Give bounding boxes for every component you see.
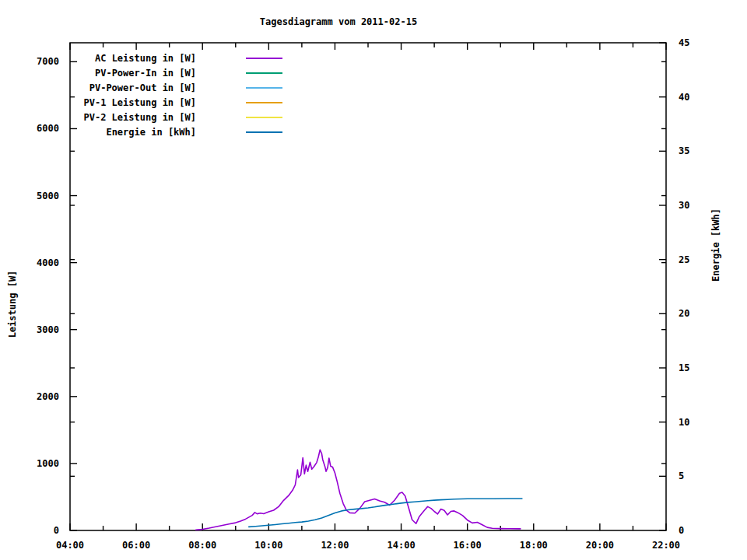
legend-label: PV-Power-In in [W] — [95, 68, 196, 79]
y-tick-label: 7000 — [37, 56, 59, 67]
plot-area: 04:0006:0008:0010:0012:0014:0016:0018:00… — [0, 0, 747, 560]
legend-label: AC Leistung in [W] — [95, 53, 196, 64]
y-tick-label: 4000 — [37, 257, 59, 268]
x-tick-label: 20:00 — [586, 540, 614, 551]
legend-item: AC Leistung in [W] — [95, 53, 282, 64]
legend-label: PV-1 Leistung in [W] — [84, 97, 197, 108]
x-tick-label: 06:00 — [122, 540, 150, 551]
x-tick-label: 12:00 — [321, 540, 349, 551]
y2-tick-label: 10 — [679, 417, 689, 428]
x-tick-label: 22:00 — [652, 540, 680, 551]
legend-label: PV-2 Leistung in [W] — [84, 112, 197, 123]
legend-label: Energie in [kWh] — [106, 127, 196, 138]
series-curve-0 — [196, 450, 521, 530]
y-axis-tick-labels: 01000200030004000500060007000 — [37, 56, 59, 536]
legend-item: Energie in [kWh] — [106, 127, 282, 138]
legend-item: PV-Power-Out in [W] — [89, 82, 282, 93]
y2-tick-label: 30 — [679, 200, 689, 211]
x-tick-label: 04:00 — [56, 540, 84, 551]
y-tick-label: 1000 — [37, 458, 59, 469]
y-tick-label: 6000 — [37, 123, 59, 134]
x-tick-label: 16:00 — [454, 540, 482, 551]
chart-canvas: Tagesdiagramm vom 2011-02-15 Leistung [W… — [0, 0, 747, 560]
y2-tick-label: 40 — [679, 92, 689, 103]
y2-axis-ticks — [659, 43, 666, 530]
y2-tick-label: 20 — [679, 308, 689, 319]
series-curves — [196, 450, 522, 530]
y2-tick-label: 35 — [679, 145, 689, 156]
y2-tick-label: 0 — [679, 525, 684, 536]
x-tick-label: 18:00 — [520, 540, 548, 551]
legend-item: PV-2 Leistung in [W] — [84, 112, 283, 123]
x-tick-label: 14:00 — [387, 540, 415, 551]
x-tick-label: 10:00 — [254, 540, 282, 551]
y-tick-label: 5000 — [37, 191, 59, 201]
legend-item: PV-1 Leistung in [W] — [84, 97, 283, 108]
y-tick-label: 3000 — [37, 324, 59, 335]
y2-tick-label: 15 — [679, 362, 689, 373]
y2-tick-label: 5 — [679, 471, 684, 481]
y-tick-label: 0 — [54, 525, 59, 536]
y2-axis-tick-labels: 051015202530354045 — [679, 37, 689, 536]
y2-tick-label: 25 — [679, 254, 689, 265]
y-axis-ticks — [70, 61, 77, 530]
x-axis-tick-labels: 04:0006:0008:0010:0012:0014:0016:0018:00… — [56, 540, 680, 551]
legend: AC Leistung in [W]PV-Power-In in [W]PV-P… — [84, 53, 283, 138]
legend-item: PV-Power-In in [W] — [95, 68, 282, 79]
x-tick-label: 08:00 — [188, 540, 216, 551]
y-tick-label: 2000 — [37, 391, 59, 402]
y2-tick-label: 45 — [679, 37, 689, 48]
legend-label: PV-Power-Out in [W] — [89, 82, 196, 93]
